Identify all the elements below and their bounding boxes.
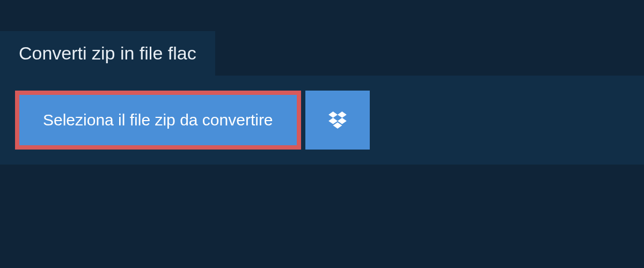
svg-marker-4 bbox=[333, 122, 342, 129]
svg-marker-2 bbox=[328, 118, 338, 124]
tab-convert[interactable]: Converti zip in file flac bbox=[0, 31, 215, 76]
dropbox-button[interactable] bbox=[305, 91, 370, 150]
select-file-label: Seleziona il file zip da convertire bbox=[43, 111, 273, 129]
button-row: Seleziona il file zip da convertire bbox=[15, 91, 629, 150]
dropbox-icon bbox=[328, 111, 347, 129]
select-file-button[interactable]: Seleziona il file zip da convertire bbox=[15, 91, 301, 150]
svg-marker-3 bbox=[338, 118, 347, 124]
tab-label: Converti zip in file flac bbox=[19, 43, 196, 63]
convert-panel: Seleziona il file zip da convertire bbox=[0, 76, 644, 165]
svg-marker-1 bbox=[338, 111, 347, 118]
svg-marker-0 bbox=[328, 111, 338, 118]
